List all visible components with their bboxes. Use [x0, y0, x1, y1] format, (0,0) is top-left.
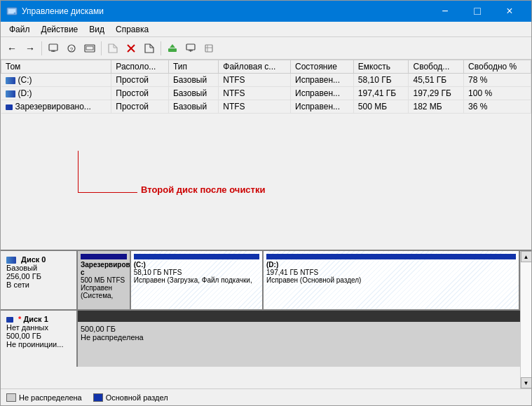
table-row[interactable]: (C:)ПростойБазовыйNTFSИсправен...58,10 Г…: [1, 74, 531, 87]
table-cell: Базовый: [168, 100, 218, 114]
table-cell: Базовый: [168, 87, 218, 100]
legend-primary-label: Основной раздел: [106, 393, 168, 402]
top-panel: Второй диск после очистки Том Располо...…: [1, 60, 531, 251]
close-button[interactable]: ×: [493, 1, 526, 22]
legend-primary: Основной раздел: [93, 393, 168, 402]
title-controls: − □ ×: [429, 1, 526, 22]
scroll-track: [521, 262, 531, 377]
disk1-label: * Диск 1 Нет данных 500,00 ГБ Не проиниц…: [1, 311, 78, 367]
toolbar-btn-1[interactable]: [45, 40, 62, 57]
scroll-up[interactable]: ▲: [521, 251, 532, 262]
disk1-dark-bar: [78, 311, 520, 322]
svg-marker-13: [170, 44, 175, 48]
table-row[interactable]: Зарезервировано...ПростойБазовыйNTFSИспр…: [1, 100, 531, 114]
partition-reserved[interactable]: Зарезервировано с 500 МБ NTFS Исправен (…: [78, 251, 131, 309]
table-cell: (C:): [1, 74, 111, 87]
toolbar-btn-7[interactable]: [182, 40, 199, 57]
partition-reserved-name: Зарезервировано с: [81, 261, 127, 276]
disk1-unalloc-size: 500,00 ГБ: [81, 325, 517, 333]
partition-d[interactable]: (D:) 197,41 ГБ NTFS Исправен (Основной р…: [264, 251, 520, 309]
table-cell: 500 МБ: [353, 100, 409, 114]
disk0-type: Базовый: [6, 264, 71, 272]
toolbar-separator-1: [41, 41, 42, 55]
table-cell: Простой: [111, 87, 169, 100]
disk1-size: 500,00 ГБ: [6, 332, 71, 340]
toolbar-btn-8[interactable]: [200, 40, 217, 57]
legend-unalloc: Не распределена: [6, 393, 82, 402]
disk-table: Том Располо... Тип Файловая с... Состоян…: [1, 60, 531, 114]
title-bar: Управление дисками − □ ×: [1, 1, 531, 22]
vol-icon: [6, 90, 15, 97]
svg-rect-14: [186, 44, 195, 50]
disk0-name: Диск 0: [21, 255, 46, 264]
forward-button[interactable]: →: [22, 40, 39, 57]
maximize-button[interactable]: □: [461, 1, 493, 22]
disk0-icon: [6, 257, 16, 264]
vertical-scrollbar[interactable]: ▲ ▼: [520, 251, 531, 388]
disk-manager-icon: [6, 6, 18, 17]
disk1-unallocated[interactable]: 500,00 ГБ Не распределена: [78, 322, 520, 367]
window-title: Управление дисками: [22, 6, 104, 16]
menu-action[interactable]: Действие: [36, 23, 84, 36]
disk0-size: 256,00 ГБ: [6, 272, 71, 280]
back-button[interactable]: ←: [4, 40, 20, 57]
col-status: Состояние: [291, 60, 354, 74]
table-cell: 197,29 ГБ: [409, 87, 464, 100]
table-header-row: Том Располо... Тип Файловая с... Состоян…: [1, 60, 531, 74]
table-row[interactable]: (D:)ПростойБазовыйNTFSИсправен...197,41 …: [1, 87, 531, 100]
bottom-content: Диск 0 Базовый 256,00 ГБ В сети Зарезерв…: [1, 251, 531, 388]
disk1-asterisk: *: [18, 315, 21, 323]
scroll-down[interactable]: ▼: [521, 377, 532, 388]
table-cell: Простой: [111, 74, 169, 87]
table-cell: NTFS: [219, 74, 291, 87]
svg-rect-12: [168, 48, 177, 52]
col-freepct: Свободно %: [464, 60, 531, 74]
disk-table-body: (C:)ПростойБазовыйNTFSИсправен...58,10 Г…: [1, 74, 531, 114]
svg-rect-17: [205, 45, 212, 52]
legend-unalloc-box: [6, 393, 16, 402]
toolbar-btn-4[interactable]: [104, 40, 121, 57]
menu-bar: Файл Действие Вид Справка: [1, 22, 531, 37]
svg-rect-3: [49, 44, 57, 50]
col-type: Тип: [168, 60, 218, 74]
partition-c[interactable]: (C:) 58,10 ГБ NTFS Исправен (Загрузка, Ф…: [131, 251, 264, 309]
partition-c-detail: 58,10 ГБ NTFS: [134, 269, 259, 276]
title-bar-left: Управление дисками: [6, 6, 104, 17]
col-tom: Том: [1, 60, 111, 74]
partition-c-bar: [134, 254, 259, 259]
col-location: Располо...: [111, 60, 169, 74]
table-cell: NTFS: [219, 100, 291, 114]
disk-table-container[interactable]: Том Располо... Тип Файловая с... Состоян…: [1, 60, 531, 250]
table-cell: 100 %: [464, 87, 531, 100]
menu-file[interactable]: Файл: [4, 23, 36, 36]
legend-bar: Не распределена Основной раздел: [1, 388, 531, 405]
disk1-partitions: 500,00 ГБ Не распределена: [78, 311, 520, 367]
disk0-status: В сети: [6, 280, 71, 289]
menu-view[interactable]: Вид: [83, 23, 110, 36]
table-cell: 45,51 ГБ: [409, 74, 464, 87]
toolbar: ← → ?: [1, 37, 531, 60]
disk1-status: Не проиниции...: [6, 340, 71, 349]
table-cell: 36 %: [464, 100, 531, 114]
disk-scroll-area: Диск 0 Базовый 256,00 ГБ В сети Зарезерв…: [1, 251, 520, 388]
svg-point-2: [14, 13, 16, 15]
table-cell: Зарезервировано...: [1, 100, 111, 114]
toolbar-btn-2[interactable]: ?: [63, 40, 80, 57]
toolbar-btn-5[interactable]: [141, 40, 158, 57]
table-cell: NTFS: [219, 87, 291, 100]
partition-d-name: (D:): [266, 261, 516, 269]
delete-button[interactable]: [123, 40, 139, 57]
table-cell: Исправен...: [291, 74, 354, 87]
partition-c-name: (C:): [134, 261, 259, 269]
menu-help[interactable]: Справка: [110, 23, 154, 36]
partition-d-status: Исправен (Основной раздел): [266, 276, 516, 284]
toolbar-btn-6[interactable]: [164, 40, 181, 57]
main-window: Управление дисками − □ × Файл Действие В…: [0, 0, 532, 406]
partition-d-bar: [266, 254, 516, 259]
col-fs: Файловая с...: [219, 60, 291, 74]
disk1-name: Диск 1: [23, 315, 48, 323]
disk0-row: Диск 0 Базовый 256,00 ГБ В сети Зарезерв…: [1, 251, 520, 311]
toolbar-btn-3[interactable]: [81, 40, 98, 57]
minimize-button[interactable]: −: [429, 1, 461, 22]
vol-icon: [6, 77, 15, 84]
